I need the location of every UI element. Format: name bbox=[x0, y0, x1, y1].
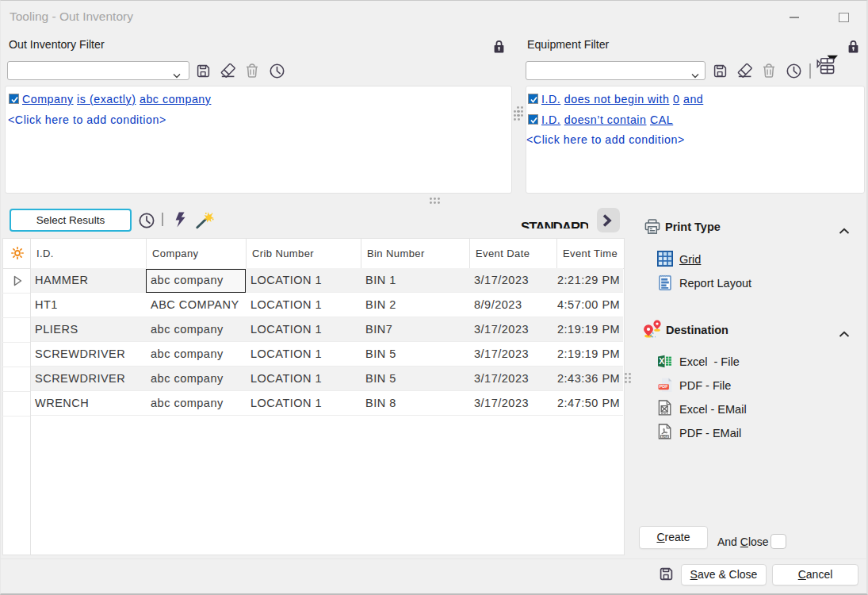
svg-text:PDF: PDF bbox=[662, 436, 667, 439]
svg-text:X: X bbox=[659, 356, 664, 366]
svg-text:PDF: PDF bbox=[660, 384, 669, 389]
